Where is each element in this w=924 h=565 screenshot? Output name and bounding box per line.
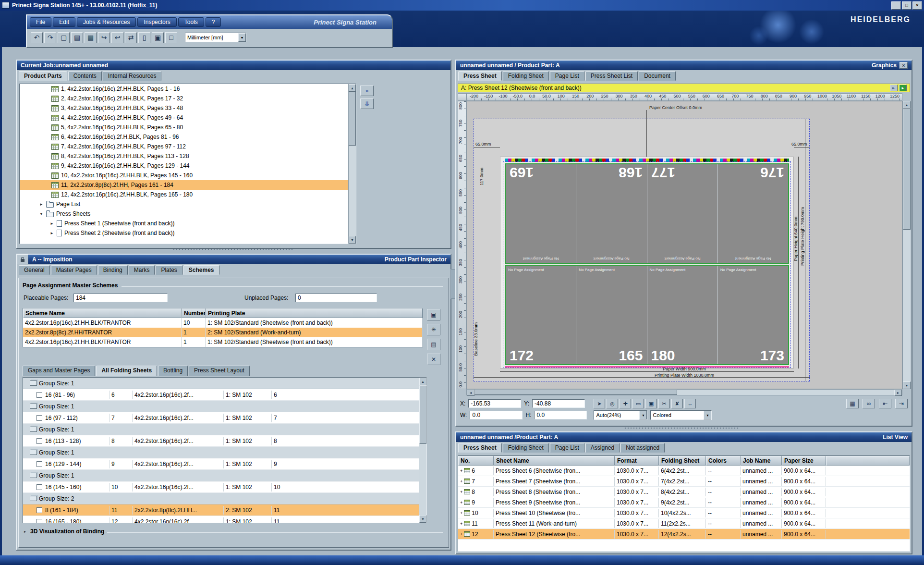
scheme-tool-button[interactable]: ▤ bbox=[427, 339, 440, 350]
group-row[interactable]: Group Size: 1 bbox=[23, 401, 419, 412]
canvas-tool-button[interactable]: ▭ bbox=[632, 399, 644, 408]
tree-item-product-part[interactable]: 5, 4x2.2stor.16p(16c).2f.HH.BLK, Pages 6… bbox=[20, 123, 356, 132]
canvas-view-button[interactable]: ▦ bbox=[846, 399, 859, 408]
page-cell[interactable]: 176 No Page Assignment bbox=[718, 164, 788, 263]
canvas-tool-button[interactable]: ▣ bbox=[645, 399, 657, 408]
scroll-thumb[interactable] bbox=[349, 92, 356, 146]
column-header[interactable]: Number bbox=[182, 308, 206, 318]
press-sheet-row[interactable]: + 7 Press Sheet 7 (Sheetwise (fron... 10… bbox=[458, 476, 910, 487]
job-tab[interactable]: Product Parts bbox=[19, 71, 67, 81]
inspector-tab[interactable]: Plates bbox=[156, 265, 182, 275]
tree-item-product-part[interactable]: 12, 4x2.2stor.16p(16c).2f.HH.BLK, Pages … bbox=[20, 190, 356, 199]
chevron-down-icon[interactable]: ▼ bbox=[238, 33, 246, 42]
folding-sheet-checkbox[interactable] bbox=[36, 461, 42, 467]
toolbar-button[interactable]: ⇄ bbox=[125, 32, 137, 43]
canvas-horizontal-scrollbar[interactable]: ◄ ► bbox=[466, 389, 902, 395]
folding-sheet-row[interactable]: 16 (97 - 112) 7 4x2.2stor.16p(16c).2f...… bbox=[23, 412, 419, 424]
collapse-icon[interactable]: ▼ bbox=[39, 212, 44, 216]
expand-plus-icon[interactable]: + bbox=[460, 532, 462, 537]
press-sheet-row[interactable]: + 11 Press Sheet 11 (Work-and-turn) 1030… bbox=[458, 518, 910, 529]
graphics-tab[interactable]: Press Sheet bbox=[458, 71, 502, 81]
folding-sub-tab[interactable]: Press Sheet Layout bbox=[189, 366, 250, 376]
scroll-down-icon[interactable]: ▼ bbox=[903, 381, 911, 389]
folding-sheet-checkbox[interactable] bbox=[36, 438, 42, 444]
scroll-thumb[interactable] bbox=[474, 390, 677, 395]
menu-item[interactable]: Edit bbox=[53, 17, 75, 27]
press-sheet-row[interactable]: + 6 Press Sheet 6 (Sheetwise (fron... 10… bbox=[458, 466, 910, 476]
sheet-nav-button[interactable]: ⇤ bbox=[890, 85, 898, 91]
list-tab[interactable]: Not assigned bbox=[620, 443, 665, 453]
graphics-tab[interactable]: Folding Sheet bbox=[503, 71, 549, 81]
tree-item-press-sheets[interactable]: ▼ Press Sheets bbox=[20, 209, 356, 219]
inspector-tab[interactable]: Marks bbox=[129, 265, 155, 275]
expand-icon[interactable]: ► bbox=[49, 221, 54, 226]
folding-sheet-checkbox[interactable] bbox=[36, 507, 42, 513]
tree-item-product-part[interactable]: 10, 4x2.2stor.16p(16c).2f.HH.BLK, Pages … bbox=[20, 171, 356, 180]
column-header[interactable]: Colors bbox=[706, 456, 741, 466]
folding-sheet-checkbox[interactable] bbox=[36, 415, 42, 421]
group-row[interactable]: Group Size: 1 bbox=[23, 447, 419, 458]
toolbar-button[interactable]: ▯ bbox=[138, 32, 150, 43]
scroll-thumb[interactable] bbox=[419, 385, 426, 444]
canvas-tool-button[interactable]: ✚ bbox=[620, 399, 631, 408]
column-header[interactable]: Scheme Name bbox=[23, 308, 182, 318]
group-row[interactable]: Group Size: 1 bbox=[23, 378, 419, 389]
column-header[interactable]: Sheet Name bbox=[494, 456, 615, 466]
binding-3d-section[interactable]: ▸ 3D Visualization of Binding bbox=[23, 528, 443, 535]
canvas-tool-button[interactable]: ✘ bbox=[671, 399, 683, 408]
job-tab[interactable]: Contents bbox=[68, 71, 102, 81]
toolbar-button[interactable]: □ bbox=[165, 32, 177, 43]
press-sheet-row[interactable]: + 8 Press Sheet 8 (Sheetwise (fron... 10… bbox=[458, 487, 910, 497]
toolbar-button[interactable]: ↪ bbox=[98, 32, 110, 43]
vertical-splitter[interactable] bbox=[450, 269, 455, 299]
inspector-tab[interactable]: Master Pages bbox=[51, 265, 97, 275]
canvas-tool-button[interactable]: ↔ bbox=[684, 399, 696, 408]
minimize-button[interactable]: _ bbox=[891, 1, 901, 10]
column-header[interactable]: Job Name bbox=[741, 456, 782, 466]
toolbar-button[interactable]: ↶ bbox=[31, 32, 43, 43]
expand-plus-icon[interactable]: + bbox=[460, 500, 462, 505]
tree-item-product-part[interactable]: 1, 4x2.2stor.16p(16c).2f.HH.BLK, Pages 1… bbox=[20, 84, 356, 94]
folding-sheet-row[interactable]: 16 (81 - 96) 6 4x2.2stor.16p(16c).2f... … bbox=[23, 389, 419, 401]
expand-icon[interactable]: ▸ bbox=[23, 529, 27, 534]
toolbar-button[interactable]: ▦ bbox=[85, 32, 97, 43]
scroll-up-icon[interactable]: ▲ bbox=[903, 101, 911, 109]
page-cell[interactable]: No Page Assignment 165 bbox=[576, 266, 647, 364]
scroll-down-icon[interactable]: ▼ bbox=[349, 236, 356, 244]
tree-item-product-part[interactable]: 8, 4x2.2stor.16p(16c).2f.HH.BLK, Pages 1… bbox=[20, 151, 356, 161]
graphics-tab[interactable]: Document bbox=[639, 71, 676, 81]
ruler-origin-button[interactable] bbox=[458, 93, 466, 101]
tree-scrollbar[interactable]: ▲ ▼ bbox=[348, 84, 356, 244]
unit-select[interactable]: Millimeter [mm] ▼ bbox=[185, 33, 246, 42]
chevron-down-icon[interactable]: ▼ bbox=[639, 411, 647, 419]
page-cell[interactable]: 168 No Page Assignment bbox=[576, 164, 647, 263]
group-row[interactable]: Group Size: 2 bbox=[23, 493, 419, 504]
canvas-view-button[interactable]: ⇥ bbox=[895, 399, 908, 408]
inspector-tab[interactable]: Binding bbox=[98, 265, 128, 275]
horizontal-splitter[interactable] bbox=[624, 426, 740, 430]
scroll-up-icon[interactable]: ▲ bbox=[349, 84, 356, 92]
tree-item-product-part[interactable]: 7, 4x2.2stor.16p(16c).2f.HH.BLK, Pages 9… bbox=[20, 142, 356, 151]
canvas-view-button[interactable]: ∞ bbox=[863, 399, 875, 408]
folding-sub-tab[interactable]: All Folding Sheets bbox=[96, 366, 157, 376]
close-graphics-button[interactable]: × bbox=[900, 62, 908, 69]
list-tab[interactable]: Assigned bbox=[585, 443, 620, 453]
page-cell[interactable]: 177 No Page Assignment bbox=[647, 164, 718, 263]
folding-sheet-row[interactable]: 16 (113 - 128) 8 4x2.2stor.16p(16c).2f..… bbox=[23, 435, 419, 447]
scheme-tool-button[interactable]: ✕ bbox=[427, 354, 440, 365]
scheme-row[interactable]: 4x2.2stor.16p(16c).2f.HH.BLK/TRANTOR 10 … bbox=[23, 318, 423, 328]
tree-item-product-part[interactable]: 6, 4x2.2stor.16p(16c).2f.H.BLK, Pages 81… bbox=[20, 132, 356, 142]
graphics-tab[interactable]: Press Sheet List bbox=[585, 71, 638, 81]
folding-sub-tab[interactable]: Gaps and Master Pages bbox=[23, 366, 95, 376]
canvas-tool-button[interactable]: ➤ bbox=[594, 399, 605, 408]
group-row[interactable]: Group Size: 1 bbox=[23, 424, 419, 435]
menu-item[interactable]: Jobs & Resources bbox=[77, 17, 136, 27]
tree-item-press-sheet[interactable]: ► Press Sheet 2 (Sheetwise (front and ba… bbox=[20, 228, 356, 238]
maximize-button[interactable]: □ bbox=[902, 1, 912, 10]
tree-item-page-list[interactable]: ► Page List bbox=[20, 199, 356, 209]
expand-plus-icon[interactable]: + bbox=[460, 490, 462, 494]
menu-item[interactable]: Tools bbox=[178, 17, 204, 27]
folding-sheet-checkbox[interactable] bbox=[36, 519, 42, 524]
canvas-view-button[interactable]: ⇤ bbox=[879, 399, 891, 408]
folding-sub-tab[interactable]: Bottling bbox=[158, 366, 188, 376]
